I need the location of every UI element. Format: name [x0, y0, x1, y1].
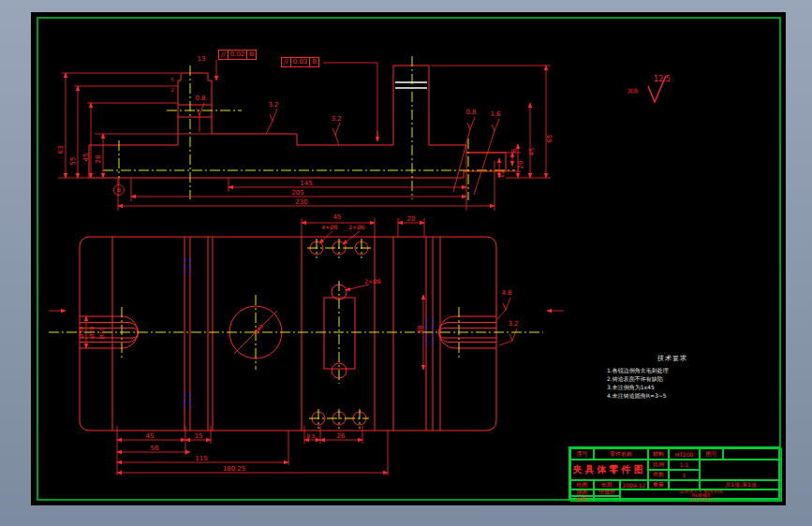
dim-15: 15	[195, 433, 203, 440]
tb-scale-label: 比例	[648, 460, 669, 470]
gdt-datum: B	[310, 57, 319, 67]
dim-20-plan: 20	[407, 216, 416, 223]
dim-45-plan-bot: 45	[146, 433, 155, 440]
dim-180-25: 180.25	[223, 466, 246, 473]
plan-view-body	[80, 237, 496, 431]
tb-empty	[723, 448, 782, 460]
dim-45-plan-top: 45	[333, 214, 342, 221]
tb-scale-value: 1:1	[669, 460, 700, 470]
tb-weight-label: 重量	[648, 480, 669, 489]
dim-45-left: 45	[83, 153, 90, 162]
dim-12: 12	[499, 170, 506, 179]
hole-4xd8: 4×Ø8	[321, 225, 337, 230]
rough-4-8-plan: 4.8	[501, 290, 511, 297]
rough-0-8-right: 0.8	[465, 110, 476, 116]
dim-26: 26	[337, 433, 346, 440]
tb-org-line3: 00150160	[689, 498, 713, 502]
tb-draw-label: 绘图	[570, 480, 594, 489]
dim-45-right: 45	[529, 148, 536, 156]
roughness-rest-value: 12.5	[654, 76, 671, 83]
dim-115: 115	[195, 456, 207, 462]
cad-viewport: //0.02B //0.03B 其余 12.5 130.83.23.20.81.…	[0, 0, 812, 526]
dim-50: 50	[151, 446, 159, 452]
tb-name-label: 零件名称	[594, 448, 648, 460]
rough-0-8-boss: 0.8	[195, 95, 205, 102]
bolt-holes	[310, 241, 368, 425]
tb-draw-name: 长胜	[594, 480, 620, 489]
gdt-symbol: //	[281, 57, 291, 67]
rough-3-2-plan: 3.2	[508, 321, 518, 328]
dim-2: 2	[170, 88, 173, 93]
note-item: 3.未注倒角为1x45	[607, 383, 738, 391]
tb-material-value: HT200	[669, 448, 700, 460]
tb-extra-label: 图号	[700, 448, 723, 460]
roughness-symbols	[197, 76, 666, 345]
note-item: 1.各锐边倒角去毛刺处理	[607, 366, 738, 374]
datum-b: B	[117, 187, 121, 193]
dia-10: Ø10	[99, 328, 105, 339]
tb-empty	[594, 496, 620, 502]
dim-28: 28	[96, 155, 102, 164]
tb-sheet-info: 共1张,第1张	[700, 480, 782, 489]
dim-5: 5	[170, 78, 173, 82]
rough-1-6-right: 1.6	[490, 111, 500, 118]
rough-3-2-b: 3.2	[331, 116, 341, 123]
notes-title: 技术要求	[607, 354, 738, 363]
tb-weight-value	[669, 480, 700, 489]
gdt-datum: B	[247, 50, 257, 60]
tb-organization: 昆明理工大 机电学院 0x班级0 00150160	[620, 489, 782, 502]
dim-13: 13	[198, 56, 206, 63]
hidden-lines	[185, 258, 433, 408]
tb-pieces-label: 件数	[648, 470, 669, 480]
tb-trace-label: 描图	[570, 489, 594, 496]
dim-20-right: 20	[518, 161, 524, 169]
note-item: 2.铸造表面不许有缺陷	[607, 374, 738, 383]
dim-9-5: 9.5	[306, 433, 316, 439]
dim-98: 98	[418, 326, 424, 334]
tb-seq-label: 序号	[570, 448, 594, 460]
gdt-tolerance: 0.03	[291, 57, 311, 67]
dim-65: 65	[547, 135, 554, 143]
dia-20: Ø20	[89, 327, 95, 338]
tb-pieces-value: 1	[669, 470, 700, 480]
title-block: 序号 零件名称 材料 HT200 图号 夹具体零件图 比例 1:1 件数 1 绘…	[568, 446, 780, 500]
dim-63: 63	[58, 146, 65, 154]
gdt-symbol: //	[218, 50, 229, 60]
dim-8: 8	[511, 149, 518, 153]
tb-draw-date: 2009.12	[620, 480, 648, 489]
section-view-body	[89, 66, 506, 178]
dim-205: 205	[291, 190, 303, 197]
hole-2xd6: 2×Ø6	[348, 225, 364, 230]
dim-145: 145	[300, 181, 312, 187]
technical-notes: 技术要求 1.各锐边倒角去毛刺处理 2.铸造表面不许有缺陷 3.未注倒角为1x4…	[607, 354, 738, 400]
gdt-tolerance: 0.02	[229, 50, 248, 60]
roughness-rest-label: 其余	[627, 88, 639, 94]
tb-trace-name: 华成世	[594, 489, 620, 496]
gdt-frame-parallelism-002: //0.02B	[218, 50, 257, 60]
gdt-frame-parallelism-003: //0.03B	[281, 57, 319, 67]
sheet-border	[37, 18, 780, 500]
dim-230: 230	[295, 199, 307, 206]
rough-3-2-a: 3.2	[268, 102, 278, 109]
tb-material-label: 材料	[648, 448, 669, 460]
tb-check-label: 审核	[570, 496, 594, 502]
dim-55: 55	[70, 157, 77, 166]
note-item: 4.未注铸造圆角R=3~5	[607, 391, 738, 400]
tb-drawing-title: 夹具体零件图	[570, 460, 648, 480]
tb-empty	[700, 460, 782, 480]
hole-2xd8: 2×Ø8	[364, 279, 380, 285]
dia-30: Ø30	[79, 327, 84, 338]
